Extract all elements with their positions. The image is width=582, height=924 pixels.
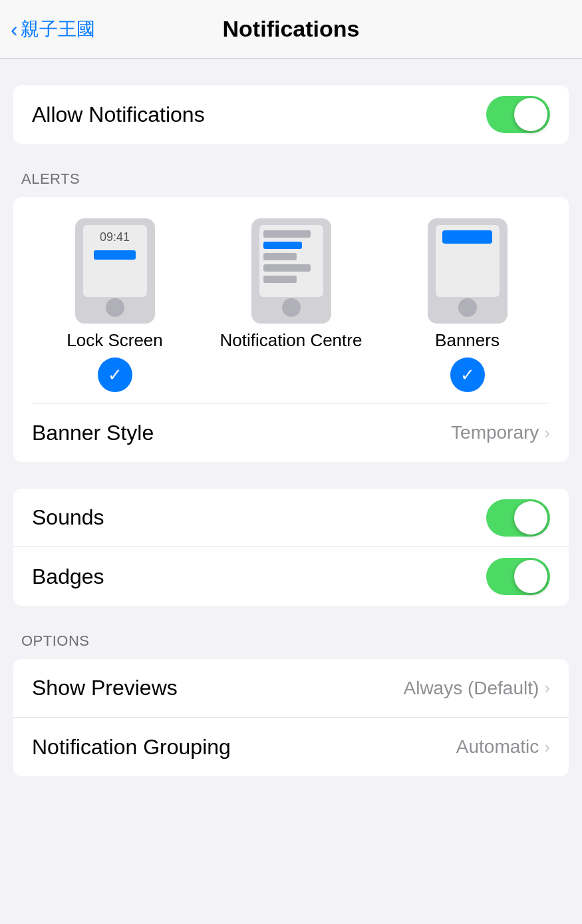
options-card: Show Previews Always (Default) › Notific… [13, 659, 569, 776]
nc-mockup [251, 218, 331, 324]
nc-line-5 [263, 276, 297, 283]
badges-row[interactable]: Badges [13, 547, 569, 606]
alert-item-notification-centre[interactable]: Notification Centre [203, 218, 379, 392]
nc-line-1 [263, 230, 311, 238]
allow-notifications-label: Allow Notifications [32, 103, 205, 127]
lock-screen-mockup: 09:41 [75, 218, 155, 324]
lock-screen-display: 09:41 [83, 225, 147, 297]
show-previews-row[interactable]: Show Previews Always (Default) › [13, 659, 569, 718]
notification-grouping-label: Notification Grouping [32, 735, 231, 760]
lock-screen-label: Lock Screen [67, 330, 163, 351]
banner-style-chevron: › [544, 423, 550, 443]
nc-lines [263, 230, 319, 283]
notification-grouping-chevron: › [544, 737, 550, 758]
alerts-icons-row: 09:41 Lock Screen ✓ [13, 197, 569, 403]
notification-grouping-value: Automatic [456, 736, 539, 758]
allow-notifications-card: Allow Notifications [13, 85, 569, 144]
nc-label: Notification Centre [220, 330, 363, 351]
banner-bar [442, 230, 493, 244]
banner-style-label: Banner Style [32, 421, 154, 445]
back-label: 親子王國 [21, 17, 95, 42]
nc-line-3 [263, 253, 297, 260]
banner-style-value-group: Temporary › [451, 422, 550, 443]
nc-line-2 [263, 242, 303, 249]
back-button[interactable]: ‹ 親子王國 [11, 17, 95, 42]
back-chevron-icon: ‹ [11, 19, 18, 40]
lock-notification-bar [94, 250, 136, 260]
nc-line-4 [263, 264, 311, 272]
gap-4 [0, 606, 582, 632]
alert-item-banners[interactable]: Banners ✓ [379, 218, 555, 392]
alert-item-lock-screen[interactable]: 09:41 Lock Screen ✓ [27, 218, 203, 392]
gap-2 [0, 144, 582, 170]
toggle-knob [514, 98, 547, 131]
badges-label: Badges [32, 565, 104, 589]
lock-time: 09:41 [87, 230, 143, 244]
lock-screen-checkmark: ✓ [98, 357, 132, 392]
navigation-bar: ‹ 親子王國 Notifications [0, 0, 582, 59]
banners-display [436, 225, 500, 297]
page-title: Notifications [223, 16, 360, 42]
nc-no-check [274, 357, 309, 392]
banner-style-row[interactable]: Banner Style Temporary › [13, 403, 569, 462]
show-previews-value: Always (Default) [403, 678, 539, 699]
badges-toggle[interactable] [486, 558, 550, 595]
alerts-section-label: ALERTS [0, 170, 582, 197]
nc-display [259, 225, 323, 297]
badges-toggle-knob [514, 560, 547, 593]
banners-label: Banners [435, 330, 500, 351]
sounds-toggle[interactable] [486, 499, 550, 537]
options-section-label: OPTIONS [0, 632, 582, 659]
allow-notifications-toggle[interactable] [486, 96, 550, 133]
notification-grouping-value-group: Automatic › [456, 736, 550, 758]
allow-notifications-row[interactable]: Allow Notifications [13, 85, 569, 144]
sounds-row[interactable]: Sounds [13, 489, 569, 547]
banners-checkmark: ✓ [450, 357, 485, 392]
show-previews-chevron: › [544, 678, 550, 698]
show-previews-value-group: Always (Default) › [403, 678, 550, 699]
gap-1 [0, 59, 582, 85]
banners-mockup [428, 218, 508, 324]
sounds-toggle-knob [514, 501, 547, 535]
gap-5 [0, 776, 582, 803]
gap-3 [0, 462, 582, 489]
sounds-badges-card: Sounds Badges [13, 489, 569, 606]
show-previews-label: Show Previews [32, 676, 178, 700]
notification-grouping-row[interactable]: Notification Grouping Automatic › [13, 718, 569, 776]
sounds-label: Sounds [32, 505, 104, 530]
alerts-card: 09:41 Lock Screen ✓ [13, 197, 569, 462]
banner-style-value: Temporary [451, 422, 539, 443]
